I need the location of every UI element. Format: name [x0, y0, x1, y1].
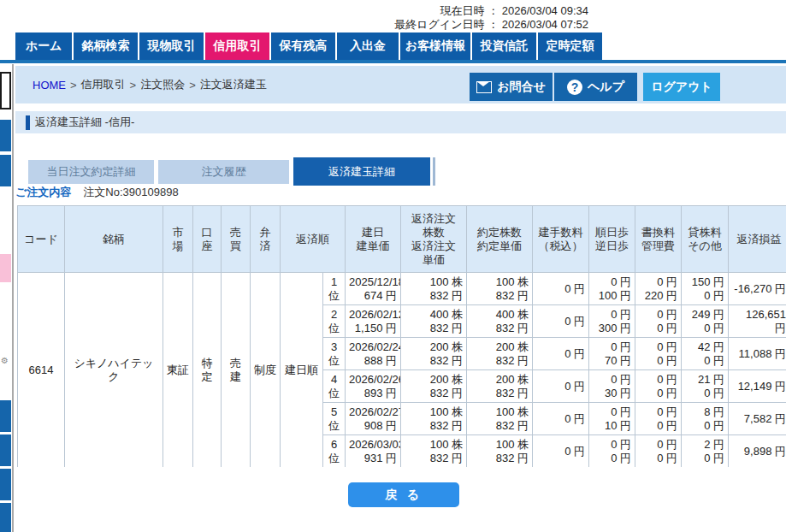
tab-order-history[interactable]: 注文履歴 — [158, 160, 289, 184]
section-title-bar — [26, 115, 30, 130]
breadcrumb-home-link[interactable]: HOME — [33, 79, 66, 92]
hibu-cell: 0 円 30 円 — [589, 370, 635, 403]
last-login-value: 2026/03/04 07:52 — [502, 18, 588, 31]
exec-cell: 400 株 832 円 — [467, 305, 533, 338]
background-window-fragment-box — [0, 72, 11, 109]
col-open-date-price: 建日 建単価 — [346, 206, 401, 273]
kashikabu-cell: 249 円 0 円 — [682, 305, 729, 338]
nav-cash-trading[interactable]: 現物取引 — [139, 33, 204, 60]
kashikabu-cell: 8 円 0 円 — [682, 403, 729, 435]
stock-side: 売建 — [222, 273, 251, 468]
hibu-cell: 0 円 100 円 — [589, 273, 635, 305]
col-code: コード — [18, 206, 65, 273]
background-window-fragment-button — [0, 155, 11, 186]
open-cell: 2026/02/24 888 円 — [346, 338, 401, 370]
help-button[interactable]: ? ヘルプ — [554, 73, 637, 101]
col-name: 銘柄 — [65, 206, 163, 273]
order-cell: 200 株 832 円 — [401, 370, 467, 403]
background-window-fragment-button — [0, 400, 11, 432]
kakikae-cell: 0 円 220 円 — [635, 273, 682, 305]
back-button[interactable]: 戻 る — [348, 482, 459, 507]
col-pl: 返済損益 — [729, 206, 786, 273]
nav-periodic-plan[interactable]: 定時定額 — [538, 33, 602, 60]
hibu-cell: 0 円 10 円 — [589, 403, 635, 435]
order-info-label: ご注文内容 — [15, 185, 71, 200]
exec-cell: 100 株 832 円 — [467, 403, 533, 435]
pl-cell: 11,088 円 — [729, 338, 786, 370]
exec-cell: 200 株 832 円 — [467, 338, 533, 370]
col-market: 市 場 — [163, 206, 193, 273]
rank-cell: 3位 — [323, 338, 346, 370]
stock-account: 特定 — [193, 273, 222, 468]
nav-investment-trust[interactable]: 投資信託 — [472, 33, 536, 60]
tab-today-executions[interactable]: 当日注文約定詳細 — [28, 160, 154, 184]
col-settle: 弁 済 — [251, 206, 281, 273]
rank-cell: 1位 — [323, 273, 346, 305]
nav-holdings[interactable]: 保有残高 — [271, 33, 335, 60]
hibu-cell: 0 円 300 円 — [589, 305, 635, 338]
col-order-qty-price: 返済注文 株数 返済注文 単価 — [401, 206, 467, 273]
open-cell: 2026/03/03 931 円 — [346, 435, 401, 468]
order-cell: 200 株 832 円 — [401, 338, 467, 370]
exec-cell: 100 株 832 円 — [467, 435, 533, 468]
positions-table-wrapper: コード 銘柄 市 場 口 座 売 買 弁 済 返済順 建日 建単価 返済注文 株… — [17, 205, 786, 467]
breadcrumb-band: HOME > 信用取引 > 注文照会 > 注文返済建玉 お問合せ ? ヘルプ ロ… — [15, 66, 786, 103]
rank-cell: 4位 — [323, 370, 346, 403]
trading-app-window: ⚙ 現在日時 ： 2026/03/04 09:34 最終ログイン日時 ： 202… — [0, 0, 786, 532]
stock-market: 東証 — [163, 273, 193, 468]
stock-settle: 制度 — [251, 273, 281, 468]
hibu-cell: 0 円 0 円 — [589, 435, 635, 468]
logout-button[interactable]: ログアウト — [643, 73, 720, 101]
nav-home[interactable]: ホーム — [15, 33, 72, 60]
col-hibu: 順日歩 逆日歩 — [589, 206, 635, 273]
kakikae-cell: 0 円 0 円 — [635, 370, 682, 403]
col-side: 売 買 — [222, 206, 251, 273]
rank-cell: 5位 — [323, 403, 346, 435]
breadcrumb-separator: > — [189, 79, 196, 92]
window-edge-divider — [12, 64, 14, 532]
fee-cell: 0 円 — [533, 370, 589, 403]
col-exec-qty-price: 約定株数 約定単価 — [467, 206, 533, 273]
fee-cell: 0 円 — [533, 338, 589, 370]
open-cell: 2025/12/18 674 円 — [346, 273, 401, 305]
question-icon: ? — [567, 80, 582, 95]
kakikae-cell: 0 円 0 円 — [635, 403, 682, 435]
kashikabu-cell: 42 円 0 円 — [682, 338, 729, 370]
order-cell: 400 株 832 円 — [401, 305, 467, 338]
kashikabu-cell: 150 円 0 円 — [682, 273, 729, 305]
nav-customer-info[interactable]: お客様情報 — [400, 33, 470, 60]
col-repay-order: 返済順 — [281, 206, 346, 273]
open-cell: 2026/02/26 893 円 — [346, 370, 401, 403]
order-cell: 100 株 832 円 — [401, 435, 467, 468]
pl-cell: -16,270 円 — [729, 273, 786, 305]
exec-cell: 100 株 832 円 — [467, 273, 533, 305]
order-cell: 100 株 832 円 — [401, 403, 467, 435]
kakikae-cell: 0 円 0 円 — [635, 338, 682, 370]
background-window-fragment-button — [0, 434, 11, 466]
background-window-fragment-button — [0, 120, 11, 151]
stock-name: シキノハイテック — [65, 273, 163, 468]
fee-cell: 0 円 — [533, 403, 589, 435]
session-datetime: 現在日時 ： 2026/03/04 09:34 最終ログイン日時 ： 2026/… — [15, 4, 588, 32]
pl-cell: 9,898 円 — [729, 435, 786, 468]
pl-cell: 126,651 円 — [729, 305, 786, 338]
contact-button[interactable]: お問合せ — [470, 73, 553, 101]
rank-cell: 2位 — [323, 305, 346, 338]
stock-repay-order: 建日順 — [281, 273, 323, 468]
breadcrumb-order-repayment: 注文返済建玉 — [200, 77, 267, 92]
nav-stock-search[interactable]: 銘柄検索 — [74, 33, 138, 60]
breadcrumb-separator: > — [130, 79, 137, 92]
background-window-fragment-pink — [0, 254, 11, 282]
nav-deposit-withdrawal[interactable]: 入出金 — [337, 33, 399, 60]
main-nav: ホーム 銘柄検索 現物取引 信用取引 保有残高 入出金 お客様情報 投資信託 定… — [15, 33, 602, 60]
section-title-band: 返済建玉詳細 -信用- — [15, 111, 786, 133]
rank-cell: 6位 — [323, 435, 346, 468]
col-kakikae: 書換料 管理費 — [635, 206, 682, 273]
background-window-fragment-button — [0, 469, 11, 500]
table-row: 6614 シキノハイテック 東証 特定 売建 制度 建日順 1位 2025/12… — [18, 273, 786, 305]
fee-cell: 0 円 — [533, 305, 589, 338]
tab-repayment-positions[interactable]: 返済建玉詳細 — [293, 157, 433, 186]
hibu-cell: 0 円 70 円 — [589, 338, 635, 370]
nav-margin-trading[interactable]: 信用取引 — [205, 33, 269, 60]
positions-table: コード 銘柄 市 場 口 座 売 買 弁 済 返済順 建日 建単価 返済注文 株… — [17, 205, 786, 467]
